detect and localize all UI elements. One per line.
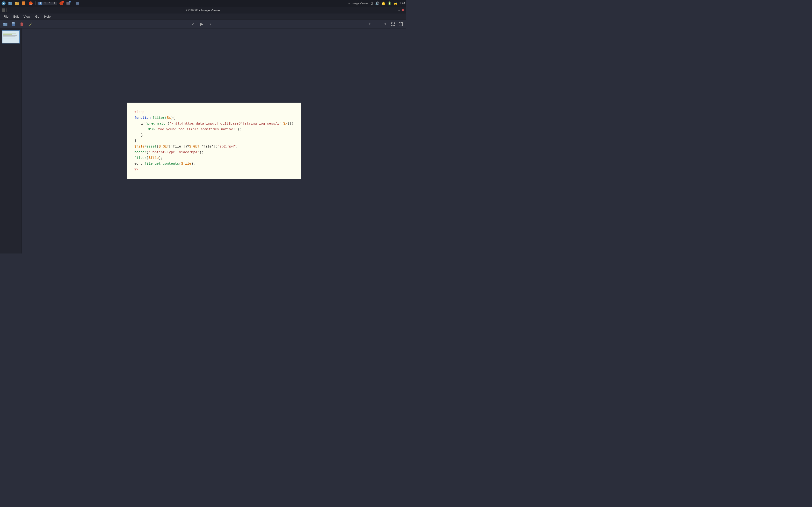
window-title: 271872B - Image Viewer [186,8,220,12]
edit-button[interactable] [27,21,33,27]
menu-file[interactable]: File [1,14,11,19]
prev-button[interactable]: ‹ [190,21,197,27]
taskbar-app-name: Image Viewer [352,2,368,5]
svg-rect-18 [20,23,23,26]
code-line-1: <?php [134,109,293,115]
play-button[interactable]: ▶ [198,21,205,27]
code-isset: isset [146,145,157,149]
battery-icon[interactable]: 🔋 [388,1,392,5]
code-filter-close: ); [159,156,163,160]
save-button[interactable] [10,21,17,27]
code-var-x-1: $x [167,116,171,120]
code-if: if( [141,122,147,125]
php-open-tag: <?php [134,110,145,114]
code-preg-match: preg_match [147,122,167,125]
code-brace-1: ){ [171,116,175,120]
zoom-out-button[interactable]: − [374,21,381,27]
app-badge1-icon[interactable]: 2 [59,1,64,6]
monitor-icon[interactable]: 🖥 [370,1,373,5]
svg-rect-14 [3,23,5,24]
code-semicolon-1: ; [236,145,238,149]
win-circle-1[interactable]: ○ [394,8,396,12]
next-button[interactable]: › [207,21,214,27]
lock-icon[interactable]: 🔒 [394,1,398,5]
thumb-line-3 [3,34,12,35]
fullscreen-button[interactable] [390,21,396,27]
thumb-line-5 [3,36,15,37]
code-paren: ( [167,122,169,125]
taskbar: ✦ T 🦊 1 2 3 4 2 3 ··· Image Viewer 🖥 🔊 🔔… [0,0,406,7]
svg-rect-22 [31,22,32,23]
delete-button[interactable] [18,21,25,27]
svg-text:🦊: 🦊 [29,2,33,5]
image-area: <?php function filter($x){ if(preg_match… [22,29,406,253]
code-keyword-function: function [134,116,151,120]
zoom-in-button[interactable]: + [366,21,373,27]
taskbar-ellipsis: ··· [348,2,350,5]
titlebar: − 271872B - Image Viewer ○ ○ × [0,7,406,13]
code-die-paren: ( [154,127,156,131]
code-filter-paren: ( [146,156,148,160]
window-min[interactable]: − [7,9,9,12]
win-circle-2[interactable]: ○ [398,8,400,12]
taskbar-right: ··· Image Viewer 🖥 🔊 🔔 🔋 🔒 1:24 [348,1,405,5]
app-folder-icon[interactable] [14,1,20,6]
code-display: <?php function filter($x){ if(preg_match… [126,103,301,179]
code-regex: '/http|https|data|input|rot13|base64|str… [170,122,281,125]
code-get-file-2: $_GET [189,145,199,149]
volume-icon[interactable]: 🔊 [375,1,379,5]
app-badge2-icon[interactable]: 3 [65,1,71,6]
app-extra-icon[interactable] [75,1,80,6]
taskbar-num-1[interactable]: 1 [39,2,42,5]
taskbar-num-3[interactable]: 3 [48,2,51,5]
menu-view[interactable]: View [21,14,33,19]
thumb-line-2 [3,34,16,34]
app-icon [2,8,5,12]
system-icon[interactable]: ✦ [1,1,6,6]
code-line-8: header('Content-Type: video/mp4'); [134,150,293,156]
svg-rect-12 [76,2,79,5]
titlebar-controls: ○ ○ × [394,8,404,12]
code-die-string: 'too young too simple sometimes native!' [156,127,237,131]
code-file-var-2: $file [149,156,159,160]
app-files-icon[interactable] [8,1,13,6]
thumbnail-1[interactable] [2,31,20,44]
menu-go[interactable]: Go [33,14,42,19]
toolbar: ‹ ▶ › + − 1 [0,20,406,29]
app-browser-icon[interactable]: 🦊 [28,1,33,6]
open-button[interactable] [2,21,9,27]
menu-help[interactable]: Help [42,14,53,19]
code-echo: echo [134,162,145,166]
code-file-var: $file [134,145,145,149]
code-die-close: ); [237,127,242,131]
svg-rect-16 [12,22,14,23]
menu-edit[interactable]: Edit [11,14,21,19]
notification-icon[interactable]: 🔔 [382,1,386,5]
code-line-4: die('too young too simple sometimes nati… [148,127,293,132]
thumb-line-4 [3,36,17,36]
code-line-3: if(preg_match('/http|https|data|input|ro… [141,121,293,127]
code-isset-paren: ( [157,145,158,149]
fit-button[interactable]: 1 [382,21,389,27]
code-bracket: ['file'])? [169,145,189,149]
code-line-11: ?> [134,167,293,173]
menubar: File Edit View Go Help [0,13,406,20]
code-get-file: $_GET [159,145,169,149]
app-text-icon[interactable]: T [21,1,27,6]
taskbar-num-4[interactable]: 4 [52,2,56,5]
code-header: header [134,151,146,154]
expand-button[interactable] [397,21,404,27]
thumb-line-1 [3,32,14,32]
svg-text:T: T [23,2,24,5]
code-line-10: echo file_get_contents($file); [134,161,293,167]
taskbar-num-2[interactable]: 2 [43,2,47,5]
code-line-7: $file=isset($_GET['file'])?$_GET['file']… [134,144,293,150]
window-close-button[interactable]: × [402,8,404,12]
nav-controls: ‹ ▶ › [39,21,365,27]
taskbar-separator [35,1,36,5]
svg-rect-3 [8,2,10,3]
thumbnail-inner [2,31,19,43]
code-brace-3: } [134,139,136,143]
code-line-2: function filter($x){ [134,115,293,121]
code-line-5: } [141,132,293,138]
